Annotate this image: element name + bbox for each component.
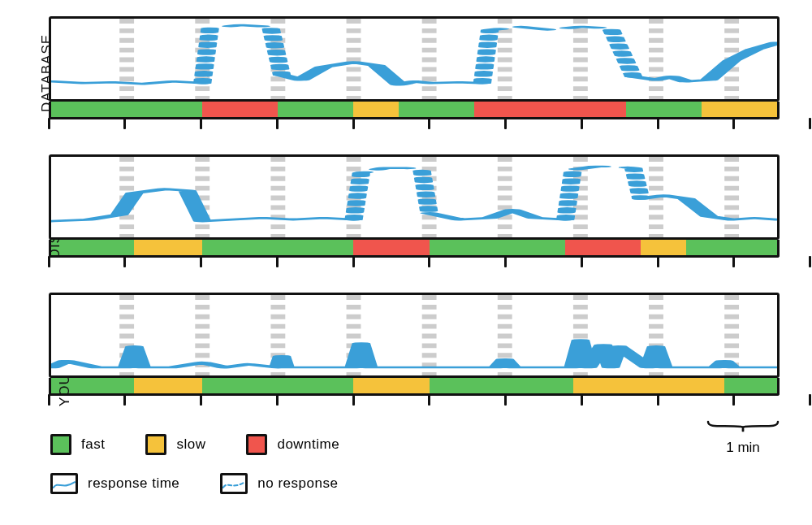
fast-swatch-icon: [50, 434, 71, 455]
panel-your-service: YOUR SERVICE: [49, 293, 780, 406]
legend-item-response-time: response time: [50, 473, 179, 494]
time-ticks-dist-cache: [49, 258, 780, 269]
status-segment-fast: [278, 102, 353, 117]
time-ticks-database: [49, 119, 780, 131]
legend-item-fast: fast: [50, 434, 105, 455]
status-segment-downtime: [474, 102, 625, 117]
status-segment-fast: [399, 102, 474, 117]
legend-label-downtime: downtime: [277, 436, 339, 453]
status-segment-fast: [686, 240, 777, 255]
status-segment-fast: [202, 378, 353, 393]
legend-label-fast: fast: [81, 436, 105, 453]
status-segment-fast: [430, 378, 573, 393]
legend-label-no-response: no response: [257, 475, 338, 492]
chart-dist-cache: [49, 154, 780, 240]
time-ticks-your-service: [49, 396, 780, 407]
panel-dist-cache: DIST. CACHE: [49, 154, 780, 268]
status-segment-slow: [134, 240, 202, 255]
response-line-swatch-icon: [50, 473, 78, 494]
status-segment-downtime: [202, 102, 278, 117]
status-segment-slow: [573, 378, 724, 393]
status-bar-database: [49, 102, 780, 119]
status-segment-fast: [202, 240, 353, 255]
legend-item-slow: slow: [145, 434, 205, 455]
legend-label-response-time: response time: [88, 475, 179, 492]
legend-item-downtime: downtime: [246, 434, 339, 455]
status-segment-fast: [724, 378, 777, 393]
status-bar-your-service: [49, 378, 780, 396]
status-segment-fast: [430, 240, 566, 255]
status-segment-slow: [702, 102, 777, 117]
legend-label-slow: slow: [176, 436, 205, 453]
legend: fast slow downtime response time no resp…: [49, 434, 780, 494]
time-unit-label: 1 min: [706, 440, 780, 456]
downtime-swatch-icon: [246, 434, 267, 455]
chart-your-service: [49, 293, 780, 378]
time-unit-indicator: 1 min: [706, 420, 780, 456]
slow-swatch-icon: [145, 434, 166, 455]
no-response-line-swatch-icon: [220, 473, 248, 494]
status-segment-fast: [51, 102, 202, 117]
status-segment-slow: [353, 102, 399, 117]
status-segment-downtime: [565, 240, 641, 255]
status-segment-slow: [641, 240, 686, 255]
status-segment-downtime: [353, 240, 429, 255]
legend-item-no-response: no response: [220, 473, 338, 494]
status-segment-slow: [353, 378, 429, 393]
status-segment-slow: [134, 378, 202, 393]
status-bar-dist-cache: [49, 240, 780, 258]
status-segment-fast: [626, 102, 702, 117]
chart-database: [49, 16, 780, 102]
panel-database: DATABASE: [49, 16, 780, 130]
